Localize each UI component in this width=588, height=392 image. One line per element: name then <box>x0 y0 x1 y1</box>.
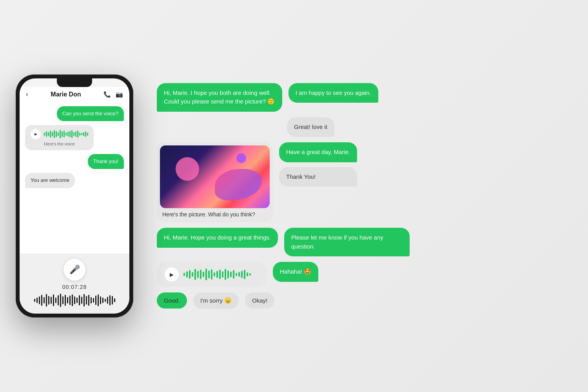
sent-message-1: Can you send the voice? <box>57 106 124 121</box>
voice-inner: ▶ <box>31 129 88 139</box>
image-blob <box>215 169 262 200</box>
chat-bubble-good: Good. <box>157 292 187 309</box>
chat-bubble-8: Hahaha! 🤩 <box>273 262 318 282</box>
voice-bubble-large[interactable]: ▶ <box>157 262 267 287</box>
chat-row-3: Here's the picture. What do you think? H… <box>157 142 572 222</box>
voice-message[interactable]: ▶ <box>25 125 94 150</box>
image-content <box>160 145 270 208</box>
back-button[interactable]: ‹ <box>26 90 28 98</box>
chat-row-4: Hi, Marie. Hope you doing a great things… <box>157 228 572 256</box>
phone-header: ‹ Marie Don 📞 📷 <box>20 87 129 102</box>
chat-bubble-2: I am happy to see you again. <box>289 83 378 103</box>
sent-message-2: Thank you! <box>88 154 124 169</box>
waveform-small <box>44 129 88 139</box>
waveform-large <box>26 293 123 307</box>
chat-bubble-3: Great! love it <box>287 117 334 137</box>
chat-row-2: Great! love it <box>157 117 572 137</box>
main-container: ‹ Marie Don 📞 📷 Can you send the voice? … <box>0 0 588 392</box>
phone-notch <box>57 78 92 87</box>
chat-row-5: ▶ <box>157 262 572 287</box>
chat-bubble-6: Hi, Marie. Hope you doing a great things… <box>157 228 278 248</box>
chat-bubble-sorry: I'm sorry 😠 <box>193 292 239 309</box>
phone-recording-area: 🎤 00:07:28 <box>20 253 129 314</box>
play-button-large[interactable]: ▶ <box>165 267 179 281</box>
phone-wrapper: ‹ Marie Don 📞 📷 Can you send the voice? … <box>16 74 133 318</box>
chat-row-6: Good. I'm sorry 😠 Okay! <box>157 292 572 309</box>
play-button[interactable]: ▶ <box>31 129 41 139</box>
chat-bubble-1: Hi, Marie. I hope you both are doing wel… <box>157 83 282 112</box>
chat-bubble-5: Thank You! <box>279 167 357 187</box>
contact-name: Marie Don <box>51 91 81 98</box>
chat-row-1: Hi, Marie. I hope you both are doing wel… <box>157 83 572 112</box>
video-icon[interactable]: 📷 <box>116 91 123 98</box>
chat-bubble-7: Please let me know if you have any quest… <box>284 228 410 256</box>
phone-messages: Can you send the voice? ▶ <box>20 102 129 253</box>
mic-button[interactable]: 🎤 <box>64 259 85 281</box>
image-bubble: Here's the picture. What do you think? <box>157 142 273 222</box>
call-icon[interactable]: 📞 <box>103 91 111 98</box>
chat-section: Hi, Marie. I hope you both are doing wel… <box>157 16 572 376</box>
waveform-medium <box>183 268 259 281</box>
received-message-1: You are welcome <box>25 173 75 188</box>
phone: ‹ Marie Don 📞 📷 Can you send the voice? … <box>16 74 133 318</box>
phone-screen: ‹ Marie Don 📞 📷 Can you send the voice? … <box>20 78 129 314</box>
chat-bubble-4: Have a great day, Marie. <box>279 142 357 162</box>
voice-label: Here's the voice <box>44 142 88 146</box>
chat-bubble-okay: Okay! <box>245 292 274 309</box>
phone-action-icons: 📞 📷 <box>103 91 123 98</box>
recording-timer: 00:07:28 <box>62 284 87 290</box>
image-caption: Here's the picture. What do you think? <box>157 208 273 218</box>
